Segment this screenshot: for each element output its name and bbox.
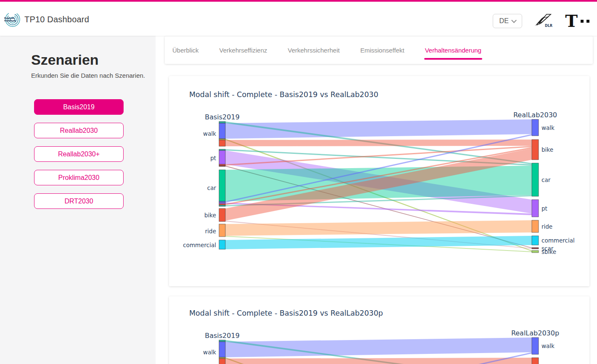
- scenario-sidebar: Szenarien Erkunden Sie die Daten nach Sz…: [0, 36, 156, 364]
- sankey-node-left-walk[interactable]: [219, 139, 225, 140]
- chart-card-2: walkptcarbikeridecommercialwalkbikecarpt…: [169, 296, 589, 364]
- sankey-node-right-bike[interactable]: [532, 358, 539, 364]
- sankey-node-left-walk[interactable]: [219, 340, 225, 342]
- sankey-node-right-sbike[interactable]: [532, 251, 539, 253]
- sankey-node-left-car[interactable]: [219, 201, 225, 203]
- svg-text:Hamburg: Hamburg: [4, 19, 16, 22]
- sankey-node-left-walk[interactable]: [219, 121, 225, 123]
- scenario-button-reallab2030+[interactable]: Reallab2030+: [34, 146, 124, 162]
- sankey-node-right-walk[interactable]: [532, 338, 539, 354]
- brand: RealLab Hamburg TP10 Dashboard: [3, 11, 89, 28]
- chart-title-1: Modal shift - Complete - Basis2019 vs Re…: [189, 90, 378, 99]
- sankey-node-left-ride[interactable]: [219, 224, 225, 237]
- dlr-logo-icon: DLR: [534, 13, 553, 29]
- sankey-left-header: Basis2019: [205, 332, 240, 340]
- sankey-node-right-ride[interactable]: [532, 220, 539, 232]
- sankey-node-left-walk[interactable]: [219, 357, 225, 359]
- telekom-logo-icon: T: [565, 14, 589, 28]
- sankey-chart-2: walkptcarbikeridecommercialwalkbikecarpt…: [169, 296, 589, 364]
- node-label-left-pt: pt: [210, 155, 216, 161]
- tab-verkehrseffizienz[interactable]: Verkehrseffizienz: [219, 37, 267, 63]
- scenario-button-drt2030[interactable]: DRT2030: [34, 193, 124, 209]
- sankey-node-right-bike[interactable]: [532, 140, 539, 160]
- scenario-button-list: Basis2019Reallab2030Reallab2030+Proklima…: [34, 99, 124, 209]
- node-label-left-ride: ride: [205, 228, 216, 235]
- sankey-right-header: RealLab2030: [513, 111, 557, 119]
- tab-emissionseffekt[interactable]: Emissionseffekt: [360, 37, 404, 63]
- sankey-left-header: Basis2019: [205, 113, 240, 121]
- node-label-right-pt: pt: [542, 205, 547, 212]
- node-label-right-sbike: sbike: [542, 248, 556, 255]
- tab-bar: ÜberblickVerkehrseffizienzVerkehrssicher…: [165, 36, 593, 64]
- node-label-right-walk: walk: [542, 124, 555, 131]
- chart-card-1: walkptcarbikeridecommercialwalkbikecarpt…: [169, 76, 589, 286]
- sankey-node-left-walk[interactable]: [219, 342, 225, 357]
- reallab-hamburg-logo-icon: RealLab Hamburg: [3, 11, 20, 28]
- node-label-left-walk: walk: [203, 130, 216, 137]
- svg-text:DLR: DLR: [545, 24, 552, 28]
- scenario-button-basis2019[interactable]: Basis2019: [34, 99, 124, 115]
- sankey-node-left-walk[interactable]: [219, 140, 225, 146]
- sankey-right-header: RealLab2030p: [511, 329, 559, 337]
- app-header: RealLab Hamburg TP10 Dashboard DE DLR T: [0, 2, 597, 36]
- sankey-node-left-walk[interactable]: [219, 359, 225, 364]
- sankey-node-right-car[interactable]: [532, 163, 539, 196]
- language-value: DE: [499, 17, 509, 25]
- sankey-node-left-car[interactable]: [219, 170, 225, 201]
- sankey-node-right-commercial[interactable]: [532, 236, 539, 245]
- scenario-button-proklima2030[interactable]: Proklima2030: [34, 170, 124, 185]
- sankey-node-right-scar[interactable]: [532, 248, 539, 249]
- node-label-left-car: car: [207, 185, 217, 191]
- sankey-node-left-pt[interactable]: [219, 164, 225, 166]
- sankey-node-left-commercial[interactable]: [219, 240, 225, 249]
- sankey-link-ride-to-ride: [225, 220, 532, 236]
- tab-verkehrssicherheit[interactable]: Verkehrssicherheit: [288, 37, 339, 63]
- main-content: ÜberblickVerkehrseffizienzVerkehrssicher…: [156, 36, 597, 364]
- sankey-node-left-walk[interactable]: [219, 123, 225, 139]
- node-label-right-bike: bike: [542, 146, 553, 153]
- sankey-node-right-walk[interactable]: [532, 119, 539, 136]
- sankey-node-left-pt[interactable]: [219, 150, 225, 164]
- node-label-right-commercial: commercial: [542, 237, 575, 244]
- sankey-node-left-pt[interactable]: [219, 166, 225, 166]
- language-selector[interactable]: DE: [493, 14, 522, 28]
- sankey-node-left-car[interactable]: [219, 205, 225, 206]
- node-label-left-bike: bike: [204, 212, 216, 219]
- sankey-node-left-pt[interactable]: [219, 149, 225, 150]
- sankey-node-left-bike[interactable]: [219, 208, 225, 222]
- sankey-node-left-car[interactable]: [219, 204, 225, 205]
- chevron-down-icon: [511, 18, 517, 23]
- sidebar-subtitle: Erkunden Sie die Daten nach Szenarien.: [31, 72, 145, 79]
- node-label-right-walk: walk: [542, 343, 555, 349]
- node-label-left-commercial: commercial: [183, 242, 216, 248]
- sankey-link-commercial-to-commercial: [225, 236, 532, 249]
- node-label-right-ride: ride: [542, 223, 552, 230]
- chart-title-2: Modal shift - Complete - Basis2019 vs Re…: [189, 309, 383, 317]
- tab--berblick[interactable]: Überblick: [172, 37, 199, 63]
- node-label-right-car: car: [542, 177, 551, 183]
- scenario-button-reallab2030[interactable]: Reallab2030: [34, 123, 124, 138]
- node-label-left-walk: walk: [203, 349, 216, 356]
- sidebar-title: Szenarien: [31, 52, 99, 68]
- tab-verhaltens-nderung[interactable]: Verhaltensänderung: [425, 37, 481, 63]
- app-title: TP10 Dashboard: [24, 15, 89, 24]
- sankey-node-left-car[interactable]: [219, 203, 225, 204]
- sankey-node-right-pt[interactable]: [532, 200, 539, 217]
- sankey-chart-1: walkptcarbikeridecommercialwalkbikecarpt…: [169, 76, 589, 286]
